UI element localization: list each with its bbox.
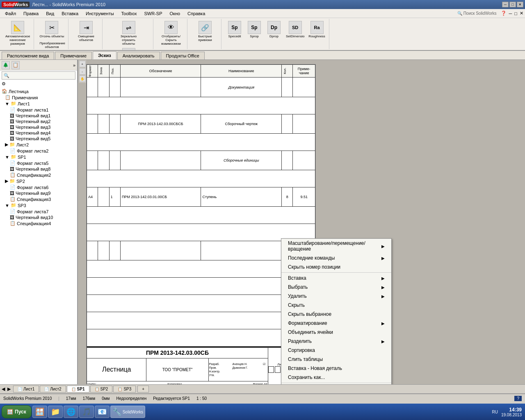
- ctx-save-as[interactable]: Сохранить как...: [281, 373, 391, 382]
- tree-view5[interactable]: 🖼 Чертежный вид5: [0, 136, 77, 142]
- cell-format[interactable]: [87, 78, 98, 97]
- tree-root[interactable]: 🏠 Лестница: [0, 88, 77, 94]
- tree-view10[interactable]: 🖼 Чертежный вид10: [0, 215, 77, 220]
- ctx-hide-selected[interactable]: Скрыть выбранное: [281, 310, 391, 319]
- menu-file[interactable]: Файл: [2, 10, 19, 17]
- fast-links-button[interactable]: 🔗 Быстрые привязки: [192, 20, 219, 43]
- shift-button[interactable]: ⇥ Смещение объектов: [73, 20, 100, 43]
- tree-format5[interactable]: 📄 Формат листа5: [0, 160, 77, 166]
- start-button[interactable]: 🪟 Пуск: [2, 405, 32, 418]
- help-icon[interactable]: ❓: [501, 11, 507, 16]
- sheet-tab-sp1[interactable]: 📋 SP1: [67, 386, 89, 393]
- ctx-select[interactable]: Выбрать ▶: [281, 283, 391, 292]
- tab-scroll-left[interactable]: ◀: [2, 386, 5, 392]
- table-row[interactable]: [87, 170, 315, 187]
- menu-help[interactable]: Справка: [184, 10, 208, 17]
- tree-view1[interactable]: 🖼 Чертежный вид1: [0, 113, 77, 119]
- tree-search-input[interactable]: [9, 73, 73, 78]
- add-sheet-button[interactable]: +: [137, 386, 149, 393]
- sheet-tab-sp2[interactable]: 📋 SP2: [90, 386, 113, 393]
- restore-button[interactable]: □: [509, 2, 516, 7]
- cell-zone[interactable]: [98, 241, 109, 260]
- tree-view-button[interactable]: 🌲: [2, 61, 10, 69]
- cell-note[interactable]: [293, 151, 315, 170]
- dprop-button[interactable]: Dp Dprop: [265, 20, 283, 40]
- cell-zone[interactable]: [98, 114, 109, 133]
- tree-view4[interactable]: 🖼 Чертежный вид4: [0, 130, 77, 136]
- close-app-icon[interactable]: ✕: [520, 11, 523, 16]
- menu-view[interactable]: Вид: [43, 10, 57, 17]
- tab-scroll-right[interactable]: ▶: [7, 386, 11, 392]
- sprop-button[interactable]: Sp Sprop: [245, 20, 263, 40]
- zoom-in-button[interactable]: +: [79, 61, 86, 67]
- ctx-recent-commands[interactable]: Последние команды ▶: [281, 253, 391, 262]
- cell-name[interactable]: Документация: [201, 78, 282, 97]
- show-hide-button[interactable]: 👁 Отобразить/Скрыть взаимосвязи: [158, 20, 185, 47]
- tab-layout[interactable]: Расположение вида: [2, 52, 54, 59]
- ctx-formatting[interactable]: Форматирование ▶: [281, 319, 391, 328]
- tab-sketch[interactable]: Эскиз: [93, 51, 116, 59]
- close-button[interactable]: ✕: [517, 2, 523, 7]
- table-row[interactable]: А4 1 ПРМ 2013-142.03.01.00СБ Ступень 8 9…: [87, 187, 315, 206]
- tree-sp2[interactable]: ▶ 📁 SP2: [0, 178, 77, 184]
- minimize-app-icon[interactable]: ─: [509, 11, 512, 16]
- cell-format[interactable]: [87, 151, 98, 170]
- tree-sp1[interactable]: ▼ 📁 SP1: [0, 154, 77, 160]
- tree-spec3[interactable]: 📋 Спецификация3: [0, 196, 77, 202]
- menu-window[interactable]: Окно: [167, 10, 184, 17]
- taskbar-email[interactable]: 📧: [95, 406, 110, 418]
- table-row[interactable]: ПРМ 2013-142.03.00СБСБ Сборочный чертеж: [87, 114, 315, 133]
- transform-button[interactable]: Преобразование объектов: [39, 41, 66, 50]
- cell-qty[interactable]: [282, 114, 293, 133]
- menu-swr-sp[interactable]: SWR-SP: [141, 10, 166, 17]
- menu-tools[interactable]: Инструменты: [82, 10, 117, 17]
- tab-analyze[interactable]: Анализировать: [117, 52, 160, 59]
- setdimensio-button[interactable]: SD SetDimensio: [285, 20, 306, 40]
- zoom-out-button[interactable]: -: [79, 68, 86, 75]
- table-row[interactable]: Сборочные единицы: [87, 151, 315, 170]
- expand-panel-button[interactable]: »: [73, 63, 75, 68]
- cell-pos[interactable]: [109, 241, 120, 260]
- cell-zone[interactable]: [98, 78, 109, 97]
- cell-note[interactable]: 9.51: [293, 187, 315, 206]
- ctx-merge-cells[interactable]: Объединить ячейки: [281, 328, 391, 337]
- ctx-menu-settings[interactable]: Настройка меню: [281, 384, 391, 384]
- specedit-button[interactable]: Sp Specedit: [226, 20, 244, 40]
- taskbar-media[interactable]: 🎵: [79, 406, 94, 418]
- menu-insert[interactable]: Вставка: [58, 10, 82, 17]
- ctx-merge-tables[interactable]: Слить таблицы: [281, 355, 391, 364]
- cell-name[interactable]: Сборочные единицы: [201, 151, 282, 170]
- ctx-insert[interactable]: Вставка ▶: [281, 274, 391, 283]
- cell-qty[interactable]: 8: [282, 187, 293, 206]
- help-button[interactable]: ?: [514, 396, 522, 401]
- cell-designation[interactable]: ПРМ 2013-142.03.01.00СБ: [120, 187, 201, 206]
- tree-format1[interactable]: 📄 Формат листа1: [0, 107, 77, 113]
- taskbar-folder[interactable]: 📁: [48, 406, 63, 418]
- search-box[interactable]: 🔍 Поиск SolidWorks: [457, 11, 497, 16]
- drawing-area[interactable]: Формат Зона Поз. Обозначение Наименовани…: [78, 60, 525, 384]
- cell-name[interactable]: Ступень: [201, 187, 282, 206]
- sheet-tab-list2[interactable]: 📄 Лист2: [40, 386, 66, 393]
- cell-zone[interactable]: [98, 151, 109, 170]
- cell-note[interactable]: [293, 114, 315, 133]
- cell-pos[interactable]: [109, 78, 120, 97]
- cell-designation[interactable]: ПРМ 2013-142.03.00СБСБ: [120, 114, 201, 133]
- tree-view8[interactable]: 🖼 Чертежный вид8: [0, 166, 77, 172]
- cell-zone[interactable]: [98, 187, 109, 206]
- cell-qty[interactable]: [282, 78, 293, 97]
- tab-notes[interactable]: Примечание: [55, 52, 92, 59]
- ctx-hide-pos-num[interactable]: Скрыть номер позиции: [281, 262, 391, 272]
- sheet-tab-sp3[interactable]: 📋 SP3: [113, 386, 136, 393]
- restore-app-icon[interactable]: □: [514, 11, 517, 16]
- tree-search-box[interactable]: 🔍: [2, 71, 75, 80]
- tree-view9[interactable]: 🖼 Чертежный вид9: [0, 190, 77, 196]
- sheet-tab-list1[interactable]: 📄 Лист1: [13, 386, 39, 393]
- tree-view3[interactable]: 🖼 Чертежный вид3: [0, 124, 77, 130]
- minimize-button[interactable]: ─: [502, 2, 509, 7]
- tree-spec2[interactable]: 📋 Спецификация2: [0, 172, 77, 178]
- cell-name[interactable]: Сборочный чертеж: [201, 114, 282, 133]
- tree-format6[interactable]: 📄 Формат листа6: [0, 184, 77, 190]
- table-row[interactable]: [87, 97, 315, 114]
- cell-designation[interactable]: [120, 78, 201, 97]
- auto-dimension-button[interactable]: 📐 Автоматическое нанесение размеров: [4, 20, 31, 47]
